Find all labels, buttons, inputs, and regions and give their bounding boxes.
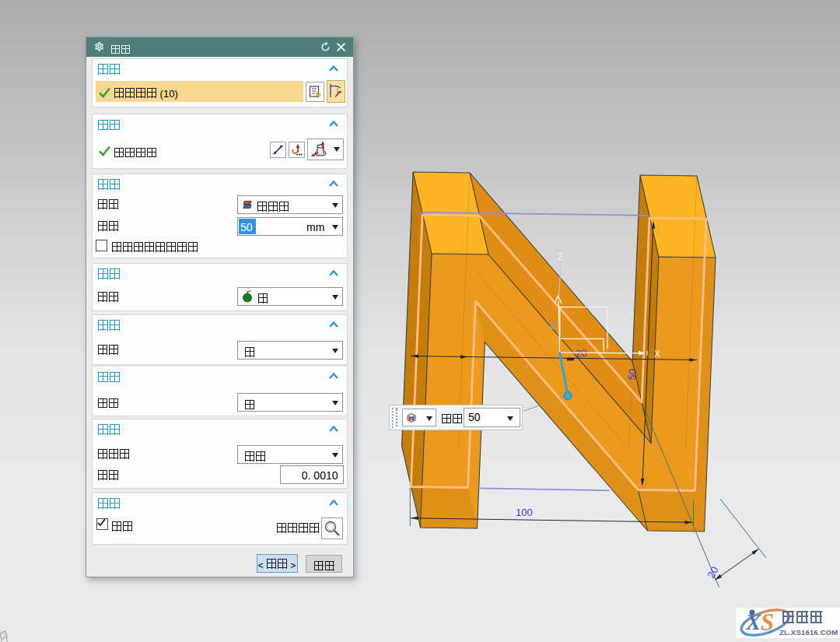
svg-text:100: 100 xyxy=(516,507,533,518)
svg-text:X: X xyxy=(745,609,761,634)
svg-text:20: 20 xyxy=(575,347,586,360)
svg-text:Z: Z xyxy=(558,251,563,262)
svg-text:S: S xyxy=(761,609,774,636)
svg-text:X: X xyxy=(654,349,660,360)
svg-text:50: 50 xyxy=(625,368,639,381)
